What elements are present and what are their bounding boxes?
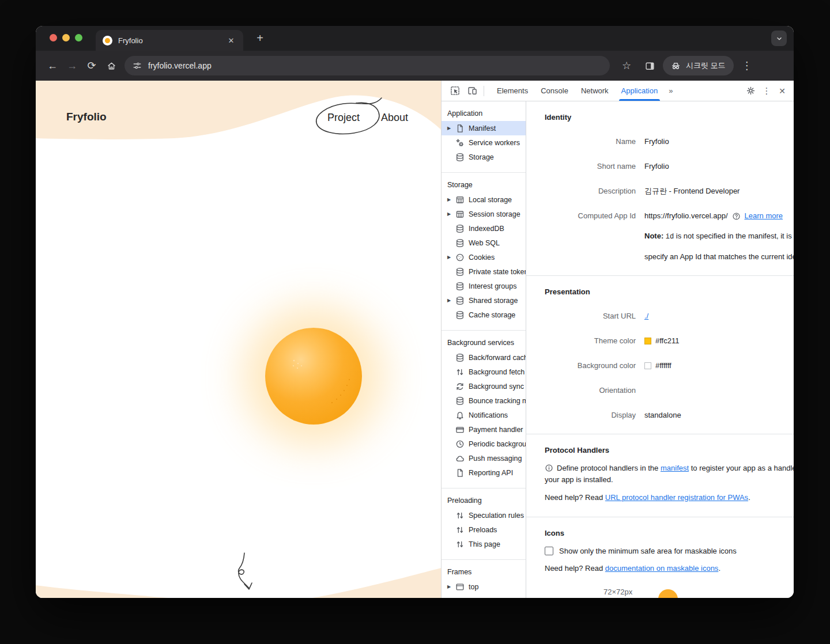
sidebar-item-push-messaging[interactable]: Push messaging	[442, 451, 526, 465]
start-url-row: Start URL ./	[526, 312, 794, 321]
chevron-right-icon[interactable]: ▶	[447, 298, 455, 303]
sidebar-item-this-page[interactable]: This page	[442, 537, 526, 551]
url-bar[interactable]: fryfolio.vercel.app	[124, 56, 610, 75]
site-settings-icon[interactable]	[133, 61, 142, 70]
gears-icon	[455, 138, 465, 147]
sidebar-item-background-fetch[interactable]: Background fetch	[442, 365, 526, 379]
database-icon	[455, 282, 465, 291]
tab-network[interactable]: Network	[575, 81, 615, 101]
display-row: Display standalone	[526, 411, 794, 420]
application-sidebar: Application ▶ Manifest Service workers	[442, 101, 526, 598]
sidebar-item-storage[interactable]: Storage	[442, 150, 526, 164]
sidebar-item-notifications[interactable]: Notifications	[442, 408, 526, 422]
start-url-link[interactable]: ./	[644, 312, 648, 321]
sidebar-item-cache-storage[interactable]: Cache storage	[442, 308, 526, 322]
new-tab-button[interactable]: +	[252, 31, 267, 46]
short-name-row: Short name Fryfolio	[526, 162, 794, 171]
devtools-menu-icon[interactable]: ⋮	[759, 86, 774, 96]
tab-search-chevron-icon[interactable]	[771, 31, 787, 46]
reload-button[interactable]: ⟳	[82, 56, 101, 75]
yolk-speckles	[265, 328, 362, 425]
document-icon	[455, 124, 465, 133]
theme-color-row: Theme color #ffc211	[526, 336, 794, 346]
sidebar-item-local-storage[interactable]: ▶ Local storage	[442, 192, 526, 207]
chevron-right-icon[interactable]: ▶	[447, 211, 455, 217]
sidebar-group-frames: Frames ▶ top	[442, 560, 526, 598]
background-color-swatch	[644, 362, 651, 369]
tab-elements[interactable]: Elements	[491, 81, 534, 101]
card-icon	[455, 425, 465, 434]
chevron-right-icon[interactable]: ▶	[447, 126, 455, 131]
sidebar-item-indexeddb[interactable]: IndexedDB	[442, 221, 526, 236]
egg-favicon-icon	[103, 36, 112, 46]
sidebar-item-reporting-api[interactable]: Reporting API	[442, 465, 526, 480]
window-controls	[50, 34, 82, 41]
sidebar-item-speculation-rules[interactable]: Speculation rules	[442, 508, 526, 522]
incognito-badge[interactable]: 시크릿 모드	[663, 56, 734, 75]
presentation-section: Presentation Start URL ./ Theme color #f…	[526, 276, 794, 434]
learn-more-link[interactable]: Learn more	[745, 211, 783, 221]
sidebar-header-storage: Storage	[442, 179, 526, 192]
maskable-icons-checkbox[interactable]	[545, 547, 553, 555]
minimize-window-button[interactable]	[62, 34, 70, 41]
help-icon[interactable]	[732, 212, 741, 221]
chevron-right-icon[interactable]: ▶	[447, 197, 455, 202]
sidebar-item-private-state-tokens[interactable]: Private state tokens	[442, 264, 526, 279]
protocol-handlers-text-line2: your app is installed.	[526, 475, 794, 485]
sidebar-item-service-workers[interactable]: Service workers	[442, 135, 526, 150]
tab-application[interactable]: Application	[615, 81, 665, 101]
zoom-window-button[interactable]	[75, 34, 82, 41]
toolbar-separator	[484, 86, 484, 96]
sidebar-item-interest-groups[interactable]: Interest groups	[442, 279, 526, 293]
forward-button[interactable]: →	[62, 56, 82, 75]
sidebar-item-preloads[interactable]: Preloads	[442, 522, 526, 537]
identity-header: Identity	[526, 113, 794, 122]
side-panel-icon[interactable]	[640, 56, 659, 75]
sidebar-item-background-sync[interactable]: Background sync	[442, 379, 526, 393]
close-window-button[interactable]	[50, 34, 57, 41]
back-button[interactable]: ←	[43, 56, 62, 75]
browser-menu-icon[interactable]: ⋮	[737, 56, 757, 75]
icons-header: Icons	[526, 529, 794, 537]
icons-section: Icons Show only the minimum safe area fo…	[526, 517, 794, 598]
maskable-icons-checkbox-label: Show only the minimum safe area for mask…	[559, 547, 737, 555]
cookie-icon	[455, 253, 465, 262]
sidebar-group-application: Application ▶ Manifest Service workers	[442, 101, 526, 173]
home-button[interactable]	[101, 56, 121, 75]
pwa-registration-link[interactable]: URL protocol handler registration for PW…	[605, 493, 748, 502]
updown-arrows-icon	[455, 511, 465, 520]
sidebar-item-back-forward-cache[interactable]: Back/forward cache	[442, 350, 526, 365]
chevron-right-icon[interactable]: ▶	[447, 584, 455, 589]
maskable-icons-doc-link[interactable]: documentation on maskable icons	[605, 564, 719, 573]
device-toolbar-icon[interactable]	[463, 83, 481, 99]
chevron-right-icon[interactable]: ▶	[447, 255, 455, 260]
settings-gear-icon[interactable]	[742, 83, 759, 99]
devtools-close-icon[interactable]: ✕	[774, 86, 790, 96]
egg-yolk	[265, 328, 362, 425]
more-tabs-icon[interactable]: »	[664, 81, 677, 101]
info-icon	[545, 464, 553, 472]
browser-tab-fryfolio[interactable]: Fryfolio ✕	[96, 30, 243, 51]
browser-toolbar: ← → ⟳ fryfolio.vercel.app ☆ 시크릿 모드 ⋮	[36, 51, 794, 81]
sidebar-item-manifest[interactable]: ▶ Manifest	[442, 121, 526, 135]
tab-close-icon[interactable]: ✕	[226, 36, 236, 45]
tab-title: Fryfolio	[118, 36, 226, 45]
tab-console[interactable]: Console	[534, 81, 575, 101]
sidebar-item-cookies[interactable]: ▶ Cookies	[442, 250, 526, 264]
url-text[interactable]: fryfolio.vercel.app	[148, 61, 212, 70]
sidebar-item-top-frame[interactable]: ▶ top	[442, 579, 526, 594]
sidebar-item-bounce-tracking[interactable]: Bounce tracking mitigations	[442, 393, 526, 408]
sidebar-item-shared-storage[interactable]: ▶ Shared storage	[442, 293, 526, 308]
manifest-link[interactable]: manifest	[661, 464, 689, 472]
sidebar-item-periodic-background-sync[interactable]: Periodic background sync	[442, 437, 526, 451]
site-logo[interactable]: Fryfolio	[66, 111, 107, 123]
bookmark-star-icon[interactable]: ☆	[617, 56, 636, 75]
manifest-panel: Identity Name Fryfolio Short name Fryfol…	[526, 101, 794, 598]
icon-size-label: 72×72px	[603, 588, 794, 596]
sidebar-header-background-services: Background services	[442, 336, 526, 350]
inspect-element-icon[interactable]	[446, 83, 463, 99]
sidebar-item-web-sql[interactable]: Web SQL	[442, 236, 526, 250]
sidebar-item-payment-handler[interactable]: Payment handler	[442, 422, 526, 437]
updown-arrows-icon	[455, 525, 465, 535]
sidebar-item-session-storage[interactable]: ▶ Session storage	[442, 207, 526, 221]
